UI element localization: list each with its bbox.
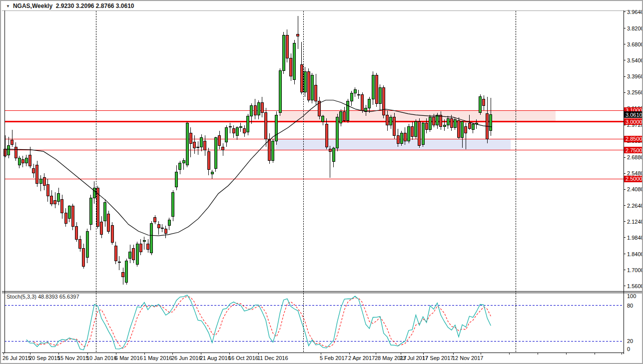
price-level-label-text: 3.0000 bbox=[626, 119, 643, 125]
candle-up bbox=[304, 71, 306, 92]
candle-up bbox=[447, 118, 449, 125]
candle-down bbox=[343, 111, 346, 120]
candle-down bbox=[325, 124, 328, 147]
candle-up bbox=[186, 123, 188, 165]
price-tick-label: 3.3960 bbox=[627, 73, 643, 79]
candle-down bbox=[64, 213, 67, 224]
candle-up bbox=[250, 106, 253, 116]
candle-up bbox=[143, 240, 145, 241]
time-tick-label: 12 Nov 2017 bbox=[452, 355, 483, 361]
candle-down bbox=[71, 206, 74, 227]
collapse-triangle-icon[interactable]: ▼ bbox=[6, 4, 10, 8]
time-tick-label: 1 May 2016 bbox=[143, 355, 172, 361]
candle-up bbox=[179, 163, 181, 170]
candle-up bbox=[272, 141, 274, 161]
price-tick-label: 2.1240 bbox=[627, 219, 643, 225]
candle-up bbox=[89, 198, 92, 225]
time-tick-label: 26 Jul 2015 bbox=[2, 355, 31, 361]
candle-up bbox=[472, 124, 474, 129]
candle-up bbox=[479, 97, 482, 113]
candle-up bbox=[415, 122, 417, 137]
price-tick-label: 2.2640 bbox=[627, 203, 643, 209]
candle-up bbox=[293, 43, 296, 79]
candle-up bbox=[175, 172, 178, 187]
candle-up bbox=[125, 261, 128, 282]
candle-down bbox=[375, 75, 378, 103]
price-tick-label: 1.7000 bbox=[627, 267, 643, 273]
candle-up bbox=[104, 203, 106, 221]
stochastic-indicator-label: Stoch(5,3,3) 48.8393 65.6397 bbox=[6, 294, 79, 300]
candle-down bbox=[458, 121, 460, 138]
candle-up bbox=[225, 127, 228, 142]
candle-up bbox=[332, 148, 335, 161]
candle-down bbox=[265, 113, 267, 139]
candle-up bbox=[68, 206, 70, 219]
price-tick-label: 2.6880 bbox=[627, 154, 643, 160]
time-tick-label: 15 Nov 2015 bbox=[57, 355, 88, 361]
candle-down bbox=[43, 178, 45, 186]
candle-up bbox=[390, 117, 392, 125]
time-tick-label: 10 Jan 2016 bbox=[86, 355, 117, 361]
candle-up bbox=[168, 220, 170, 225]
price-chart[interactable]: 3.96403.82003.68003.54003.39603.25603.11… bbox=[1, 1, 643, 364]
stoch-scale-label: 0 bbox=[627, 346, 630, 352]
candle-down bbox=[382, 87, 385, 115]
candle-down bbox=[154, 218, 156, 222]
candle-up bbox=[93, 188, 95, 198]
time-tick-label: 17 Sep 2017 bbox=[422, 355, 453, 361]
candle-down bbox=[232, 129, 235, 133]
candle-up bbox=[354, 90, 356, 93]
candle-up bbox=[429, 117, 431, 130]
candle-up bbox=[311, 75, 313, 100]
candle-up bbox=[229, 126, 231, 127]
candle-down bbox=[425, 123, 428, 130]
price-tick-label: 1.9840 bbox=[627, 235, 643, 241]
candle-up bbox=[129, 252, 131, 259]
time-tick-label: 11 Dec 2016 bbox=[257, 355, 288, 361]
candle-down bbox=[189, 133, 192, 144]
candle-up bbox=[200, 138, 203, 147]
candle-up bbox=[282, 35, 285, 70]
candle-up bbox=[336, 117, 339, 148]
candle-up bbox=[257, 102, 260, 115]
price-tick-label: 3.8200 bbox=[627, 25, 643, 31]
candle-up bbox=[214, 138, 217, 169]
time-tick-label: 16 Oct 2016 bbox=[228, 355, 258, 361]
candle-down bbox=[254, 106, 256, 115]
candle-up bbox=[322, 116, 324, 121]
candle-down bbox=[46, 184, 49, 196]
candle-up bbox=[436, 115, 439, 125]
price-tick-label: 3.5400 bbox=[627, 57, 643, 63]
candle-down bbox=[132, 248, 135, 260]
chart-title: NGAS,Weekly 2.9230 3.2096 2.8766 3.0610 bbox=[13, 2, 134, 9]
stoch-scale-label: 20 bbox=[627, 338, 633, 344]
candle-up bbox=[211, 172, 213, 174]
chart-titlebar: ▼ NGAS,Weekly 2.9230 3.2096 2.8766 3.061… bbox=[6, 2, 134, 9]
candle-down bbox=[290, 58, 292, 76]
price-level-label-text: 2.8500 bbox=[626, 136, 643, 142]
price-level-label-text: 2.5000 bbox=[626, 176, 643, 182]
candle-down bbox=[418, 122, 421, 146]
candle-down bbox=[329, 149, 331, 152]
candle-up bbox=[7, 146, 10, 155]
candle-up bbox=[57, 194, 60, 202]
candle-down bbox=[193, 142, 196, 148]
candle-up bbox=[400, 133, 403, 144]
candle-down bbox=[54, 200, 56, 204]
time-tick-label: 5 Feb 2017 bbox=[320, 355, 348, 361]
candle-up bbox=[136, 244, 138, 264]
candle-down bbox=[297, 34, 299, 36]
candle-down bbox=[433, 117, 435, 125]
stoch-d-line bbox=[33, 296, 491, 349]
candle-down bbox=[82, 248, 85, 267]
candle-down bbox=[107, 214, 110, 231]
candle-down bbox=[4, 149, 6, 156]
candle-down bbox=[14, 147, 17, 158]
candle-up bbox=[279, 70, 281, 113]
candle-up bbox=[150, 223, 153, 253]
candle-down bbox=[315, 85, 317, 101]
candle-down bbox=[50, 196, 53, 204]
candle-down bbox=[465, 126, 467, 133]
candle-down bbox=[261, 102, 263, 113]
candle-up bbox=[461, 122, 464, 138]
